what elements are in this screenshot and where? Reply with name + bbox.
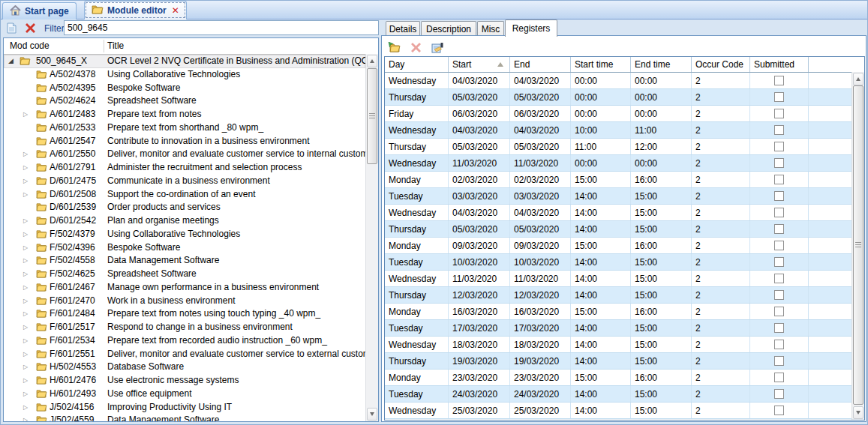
tree-row[interactable]: ▷ F/502/4379 Using Collaborative Technol… — [4, 228, 365, 241]
delete-register-icon[interactable] — [408, 40, 423, 54]
submitted-checkbox[interactable] — [774, 175, 784, 184]
submitted-checkbox[interactable] — [774, 274, 784, 283]
register-row[interactable]: Wednesday 04/03/2020 04/03/2020 10:00 11… — [385, 122, 851, 139]
expander-icon[interactable]: ▷ — [23, 295, 28, 308]
register-row[interactable]: Monday 09/03/2020 09/03/2020 15:00 16:00… — [385, 238, 851, 254]
tree-row[interactable]: ▷ F/601/2517 Respond to change in a busi… — [4, 321, 365, 334]
register-row[interactable]: Friday 06/03/2020 06/03/2020 00:00 00:00… — [385, 106, 851, 122]
expander-icon[interactable]: ▷ — [23, 214, 28, 228]
expander-icon[interactable]: ▷ — [23, 188, 28, 202]
tree-row[interactable]: ▷ F/601/2534 Prepare text from recorded … — [4, 334, 365, 348]
tree-row[interactable]: ▷ H/601/2476 Use electronic message syst… — [4, 374, 365, 388]
expander-icon[interactable]: ▷ — [23, 361, 28, 374]
clear-filter-icon[interactable] — [23, 21, 37, 34]
tree-row[interactable]: ▷ F/502/4625 Spreadsheet Software — [4, 268, 365, 281]
scroll-down-button[interactable] — [367, 408, 377, 421]
submitted-checkbox[interactable] — [774, 224, 784, 234]
close-tab-icon[interactable]: ✕ — [172, 6, 179, 15]
expander-icon[interactable]: ◢ — [8, 55, 14, 68]
register-row[interactable]: Wednesday 11/03/2020 11/03/2020 14:00 15… — [385, 271, 851, 287]
column-start-time[interactable]: Start time — [571, 57, 631, 72]
submitted-checkbox[interactable] — [774, 373, 784, 382]
expander-icon[interactable]: ▷ — [23, 268, 28, 281]
tree-row[interactable]: ▷ H/502/4553 Database Software — [4, 361, 365, 374]
column-end-time[interactable]: End time — [631, 57, 692, 72]
column-day[interactable]: Day — [385, 57, 449, 72]
expander-icon[interactable]: ▷ — [23, 334, 28, 348]
tree-row[interactable]: ▷ A/601/2791 Administer the recruitment … — [4, 161, 365, 175]
register-row[interactable]: Wednesday 04/03/2020 04/03/2020 14:00 15… — [385, 205, 851, 221]
tree-row[interactable]: ▷ H/601/2493 Use office equipment — [4, 388, 365, 401]
register-row[interactable]: Monday 23/03/2020 23/03/2020 15:00 16:00… — [385, 370, 851, 386]
tree-column-mod-code[interactable]: Mod code — [10, 40, 50, 51]
tree-row[interactable]: ▷ F/601/2484 Prepare text from notes usi… — [4, 307, 365, 321]
tab-start-page[interactable]: Start page — [2, 2, 77, 19]
register-row[interactable]: Wednesday 18/03/2020 18/03/2020 14:00 15… — [385, 337, 851, 353]
tree-scrollbar[interactable] — [365, 54, 378, 421]
column-end[interactable]: End — [510, 57, 571, 72]
tree-row[interactable]: A/601/2533 Prepare text from shorthand _… — [4, 121, 365, 135]
register-row[interactable]: Thursday 19/03/2020 19/03/2020 14:00 15:… — [385, 353, 851, 370]
expander-icon[interactable]: ▷ — [23, 401, 28, 415]
expander-icon[interactable]: ▷ — [23, 241, 28, 255]
column-start[interactable]: Start — [449, 57, 510, 72]
tab-registers[interactable]: Registers — [505, 19, 557, 37]
register-row[interactable]: Tuesday 17/03/2020 17/03/2020 14:00 15:0… — [385, 320, 851, 337]
tab-description[interactable]: Description — [421, 21, 476, 36]
tree-row[interactable]: ▷ F/502/4558 Data Management Software — [4, 254, 365, 268]
scrollbar-thumb[interactable] — [853, 85, 863, 405]
scrollbar-thumb[interactable] — [367, 68, 377, 164]
submitted-checkbox[interactable] — [774, 356, 784, 366]
submitted-checkbox[interactable] — [774, 92, 784, 102]
expander-icon[interactable]: ▷ — [23, 374, 28, 388]
take-register-icon[interactable] — [430, 40, 445, 54]
tree-column-title[interactable]: Title — [107, 40, 124, 51]
expander-icon[interactable]: ▷ — [23, 348, 28, 361]
submitted-checkbox[interactable] — [774, 158, 784, 168]
new-document-icon[interactable] — [5, 21, 18, 34]
tree-row[interactable]: ▷ F/601/2551 Deliver, monitor and evalua… — [4, 348, 365, 361]
tree-row[interactable]: A/502/4395 Bespoke Software — [4, 82, 365, 95]
scroll-up-button[interactable] — [853, 73, 863, 85]
submitted-checkbox[interactable] — [774, 307, 784, 316]
tab-module-editor[interactable]: Module editor ✕ — [84, 1, 187, 19]
expander-icon[interactable]: ▷ — [23, 228, 28, 241]
register-row[interactable]: Tuesday 03/03/2020 03/03/2020 14:00 15:0… — [385, 188, 851, 205]
tree-row[interactable]: ▷ F/601/2467 Manage own performance in a… — [4, 281, 365, 295]
submitted-checkbox[interactable] — [774, 208, 784, 217]
register-row[interactable]: Thursday 05/03/2020 05/03/2020 00:00 00:… — [385, 89, 851, 106]
register-row[interactable]: Wednesday 25/03/2020 25/03/2020 14:00 15… — [385, 403, 851, 419]
submitted-checkbox[interactable] — [774, 406, 784, 415]
tree-row[interactable]: ◢ 500_9645_X OCR Level 2 NVQ Certificate… — [4, 55, 365, 68]
submitted-checkbox[interactable] — [774, 323, 784, 333]
tree-row[interactable]: ▷ J/502/4559 Data Management Software — [4, 414, 365, 421]
tab-misc[interactable]: Misc — [477, 21, 504, 36]
register-row[interactable]: Tuesday 10/03/2020 10/03/2020 14:00 15:0… — [385, 254, 851, 271]
tree-row[interactable]: ▷ F/502/4396 Bespoke Software — [4, 241, 365, 255]
add-register-icon[interactable] — [386, 40, 401, 54]
expander-icon[interactable]: ▷ — [23, 175, 28, 188]
expander-icon[interactable]: ▷ — [23, 388, 28, 401]
tree-row[interactable]: A/601/2547 Contribute to innovation in a… — [4, 135, 365, 148]
scroll-down-button[interactable] — [853, 406, 863, 419]
submitted-checkbox[interactable] — [774, 125, 784, 135]
tree-row[interactable]: ▷ D/601/2508 Support the co-ordination o… — [4, 188, 365, 202]
expander-icon[interactable]: ▷ — [23, 161, 28, 175]
tree-row[interactable]: ▷ D/601/2475 Communicate in a business e… — [4, 175, 365, 188]
column-submitted[interactable]: Submitted — [750, 57, 809, 72]
submitted-checkbox[interactable] — [774, 257, 784, 267]
register-row[interactable]: Tuesday 24/03/2020 24/03/2020 14:00 15:0… — [385, 386, 851, 403]
register-row[interactable]: Wednesday 04/03/2020 04/03/2020 00:00 00… — [385, 73, 851, 89]
expander-icon[interactable]: ▷ — [23, 254, 28, 268]
submitted-checkbox[interactable] — [774, 241, 784, 250]
register-row[interactable]: Wednesday 11/03/2020 11/03/2020 00:00 00… — [385, 155, 851, 172]
tree-row[interactable]: ▷ A/601/2550 Deliver, monitor and evalua… — [4, 148, 365, 161]
expander-icon[interactable]: ▷ — [23, 281, 28, 295]
filter-input[interactable] — [64, 20, 379, 35]
tree-row[interactable]: ▷ J/502/4156 Improving Productivity Usin… — [4, 401, 365, 415]
expander-icon[interactable]: ▷ — [23, 148, 28, 161]
tab-details[interactable]: Details — [386, 21, 420, 36]
tree-row[interactable]: D/601/2539 Order products and services — [4, 201, 365, 214]
table-scrollbar[interactable] — [851, 72, 864, 420]
submitted-checkbox[interactable] — [774, 389, 784, 399]
